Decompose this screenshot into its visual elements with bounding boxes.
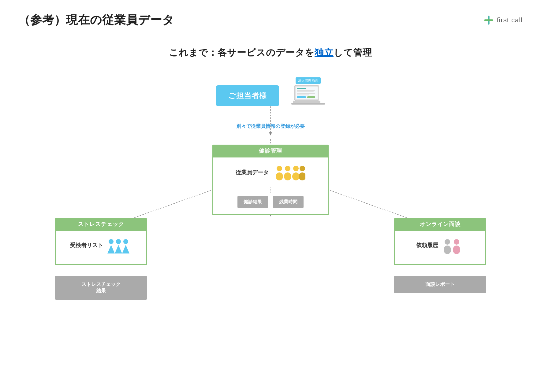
main-subtitle: これまで：各サービスのデータを独立して管理 bbox=[18, 46, 523, 59]
kensin-inner-row: 従業員データ bbox=[219, 165, 322, 183]
svg-point-32 bbox=[292, 172, 300, 180]
svg-rect-26 bbox=[291, 103, 325, 105]
registration-note: 別々で従業員情報の登録が必要 bbox=[236, 123, 305, 130]
person-box: ご担当者様 bbox=[216, 85, 279, 106]
svg-rect-21 bbox=[297, 93, 315, 94]
svg-point-28 bbox=[276, 172, 283, 180]
header-divider bbox=[18, 34, 523, 34]
laptop-label: 法人管理画面 bbox=[296, 77, 321, 84]
diagram: ご担当者様 法人管理画面 bbox=[18, 74, 523, 349]
svg-point-27 bbox=[277, 166, 282, 171]
svg-rect-1 bbox=[484, 19, 493, 21]
svg-point-42 bbox=[444, 246, 451, 254]
subtitle-highlight: 独立 bbox=[315, 47, 334, 57]
stress-inner-row: 受検者リスト bbox=[62, 238, 140, 255]
svg-rect-18 bbox=[297, 88, 306, 89]
svg-point-43 bbox=[454, 239, 459, 245]
svg-point-29 bbox=[285, 166, 290, 171]
subtitle-suffix: して管理 bbox=[334, 47, 372, 57]
kensin-inner-label: 従業員データ bbox=[236, 169, 269, 176]
page-title: （参考）現在の従業員データ bbox=[18, 12, 174, 28]
page: （参考）現在の従業員データ first call これまで：各サービスのデータを… bbox=[0, 0, 541, 392]
header: （参考）現在の従業員データ first call bbox=[18, 12, 523, 28]
kensin-box2: 残業時間 bbox=[273, 196, 304, 208]
svg-point-35 bbox=[109, 239, 114, 244]
online-box: オンライン面談 依頼履歴 bbox=[394, 218, 486, 293]
svg-rect-23 bbox=[297, 96, 306, 98]
online-header: オンライン面談 bbox=[394, 218, 486, 230]
svg-point-33 bbox=[300, 166, 305, 171]
online-inner-row: 依頼履歴 bbox=[401, 238, 479, 255]
svg-point-34 bbox=[299, 172, 305, 180]
stress-body: 受検者リスト bbox=[55, 230, 147, 265]
svg-rect-20 bbox=[297, 91, 314, 92]
svg-marker-40 bbox=[122, 245, 129, 253]
svg-point-31 bbox=[293, 166, 299, 171]
stress-vline bbox=[55, 265, 147, 272]
svg-point-37 bbox=[116, 239, 121, 244]
online-bottom-box: 面談レポート bbox=[394, 276, 486, 293]
stress-header: ストレスチェック bbox=[55, 218, 147, 230]
svg-point-44 bbox=[453, 246, 460, 254]
top-row: ご担当者様 法人管理画面 bbox=[216, 77, 325, 106]
svg-rect-24 bbox=[307, 96, 315, 98]
svg-rect-19 bbox=[297, 90, 315, 91]
kensin-header: 健診管理 bbox=[212, 145, 329, 157]
svg-point-41 bbox=[445, 239, 450, 245]
logo-area: first call bbox=[483, 15, 523, 26]
kensin-vline bbox=[219, 187, 322, 193]
laptop-svg bbox=[291, 85, 325, 106]
svg-marker-3 bbox=[269, 132, 272, 135]
logo-icon bbox=[483, 15, 494, 26]
svg-rect-22 bbox=[297, 94, 309, 95]
svg-rect-25 bbox=[293, 101, 320, 103]
svg-marker-36 bbox=[107, 245, 115, 253]
kensin-box1: 健診結果 bbox=[237, 196, 268, 208]
subtitle-prefix: これまで：各サービスのデータを bbox=[169, 47, 315, 57]
online-body: 依頼履歴 bbox=[394, 230, 486, 265]
logo-text: first call bbox=[497, 16, 523, 24]
svg-point-39 bbox=[123, 239, 128, 244]
online-vline bbox=[394, 265, 486, 272]
kensin-body: 従業員データ bbox=[212, 157, 329, 215]
online-inner-label: 依頼履歴 bbox=[416, 242, 438, 249]
laptop-container: 法人管理画面 bbox=[291, 77, 325, 106]
kensin-inner-boxes: 健診結果 残業時間 bbox=[219, 196, 322, 208]
svg-point-30 bbox=[284, 172, 291, 180]
stress-bottom-box: ストレスチェック 結果 bbox=[55, 276, 147, 300]
svg-marker-38 bbox=[115, 245, 122, 253]
stress-box: ストレスチェック 受検者リスト bbox=[55, 218, 147, 300]
stress-inner-label: 受検者リスト bbox=[70, 242, 103, 249]
kensin-box: 健診管理 従業員データ bbox=[212, 145, 329, 215]
kensin-people-icons bbox=[275, 165, 305, 183]
